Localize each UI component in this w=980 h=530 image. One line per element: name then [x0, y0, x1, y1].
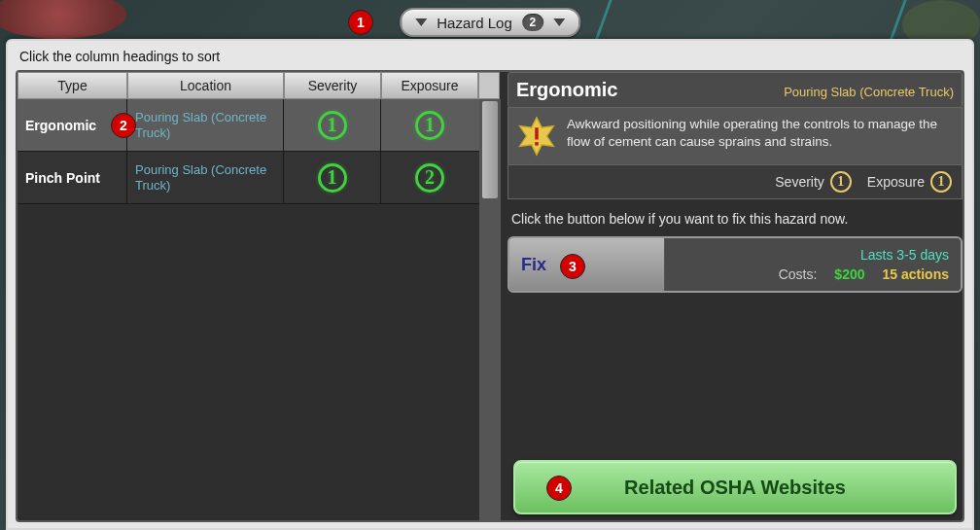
spacer [508, 293, 962, 454]
detail-stats-row: Severity 1 Exposure 1 [508, 164, 962, 199]
col-header-type[interactable]: Type [18, 72, 127, 99]
table-row[interactable]: Pinch Point Pouring Slab (Concrete Truck… [18, 152, 479, 204]
scrollbar[interactable] [479, 99, 501, 520]
exposure-badge: 1 [415, 111, 444, 140]
costs-label: Costs: [779, 266, 818, 282]
severity-label: Severity [775, 174, 824, 190]
svg-rect-2 [535, 142, 539, 146]
sort-hint: Click the column headings to sort [16, 45, 964, 70]
col-header-severity[interactable]: Severity [284, 72, 381, 99]
detail-severity: Severity 1 [775, 171, 852, 193]
table-row[interactable]: Ergonomic 2 Pouring Slab (Concrete Truck… [18, 99, 479, 152]
warning-icon [516, 116, 557, 157]
detail-body: Awkward positioning while operating the … [508, 107, 962, 165]
detail-header: Ergonomic Pouring Slab (Concrete Truck) [508, 72, 962, 108]
cell-exposure: 2 [381, 152, 478, 203]
col-header-exposure[interactable]: Exposure [381, 72, 478, 99]
hazard-log-label: Hazard Log [437, 15, 512, 31]
detail-title: Ergonomic [516, 79, 617, 101]
annotation-marker-4: 4 [546, 476, 572, 501]
exposure-badge: 2 [415, 163, 444, 193]
chevron-down-icon [553, 18, 565, 26]
table-body: Ergonomic 2 Pouring Slab (Concrete Truck… [18, 99, 502, 520]
cell-severity: 1 [284, 99, 381, 151]
cell-type-text: Ergonomic [25, 118, 96, 133]
cell-location: Pouring Slab (Concrete Truck) [127, 152, 284, 203]
severity-badge: 1 [318, 111, 347, 140]
fix-hint: Click the button below if you want to fi… [508, 199, 962, 236]
exposure-value: 1 [930, 171, 952, 193]
hazard-count-badge: 2 [522, 14, 543, 31]
osha-label: Related OSHA Websites [624, 477, 846, 499]
exposure-label: Exposure [867, 174, 925, 190]
cell-exposure: 1 [381, 99, 478, 151]
svg-rect-1 [535, 127, 539, 139]
scrollbar-thumb[interactable] [482, 101, 498, 198]
related-osha-button[interactable]: 4 Related OSHA Websites [513, 460, 957, 514]
hazard-log-button[interactable]: Hazard Log 2 [400, 8, 580, 37]
fix-button[interactable]: Fix 3 Lasts 3-5 days Costs: $200 15 acti… [508, 236, 962, 293]
table-header-row: Type Location Severity Exposure [18, 72, 502, 99]
cell-type: Ergonomic 2 [18, 99, 127, 151]
annotation-marker-1: 1 [348, 10, 373, 35]
detail-subtitle: Pouring Slab (Concrete Truck) [784, 85, 954, 99]
detail-pane: Ergonomic Pouring Slab (Concrete Truck) … [508, 72, 962, 520]
detail-exposure: Exposure 1 [867, 171, 952, 193]
detail-description: Awkward positioning while operating the … [567, 116, 954, 157]
hazard-table: Type Location Severity Exposure Ergonomi… [18, 72, 502, 520]
cost-actions: 15 actions [883, 266, 949, 282]
severity-value: 1 [830, 171, 852, 193]
chevron-down-icon [415, 18, 427, 26]
cell-type: Pinch Point [18, 152, 127, 203]
cell-severity: 1 [284, 152, 381, 203]
top-bar: Hazard Log 2 [400, 8, 580, 37]
fix-costs: Lasts 3-5 days Costs: $200 15 actions [665, 238, 961, 291]
inner-container: Type Location Severity Exposure Ergonomi… [16, 70, 964, 522]
main-panel: Click the column headings to sort Type L… [6, 39, 974, 530]
fix-costs-row: Costs: $200 15 actions [779, 266, 949, 282]
fix-duration: Lasts 3-5 days [860, 247, 949, 263]
severity-badge: 1 [318, 163, 347, 193]
background-blob [0, 0, 126, 39]
fix-button-label: Fix 3 [509, 238, 665, 291]
col-header-location[interactable]: Location [127, 72, 284, 99]
cost-money: $200 [834, 266, 864, 282]
fix-label-text: Fix [521, 255, 546, 275]
cell-location: Pouring Slab (Concrete Truck) [127, 99, 284, 151]
col-header-spacer [478, 72, 500, 99]
annotation-marker-3: 3 [560, 254, 585, 279]
annotation-marker-2: 2 [111, 113, 136, 138]
